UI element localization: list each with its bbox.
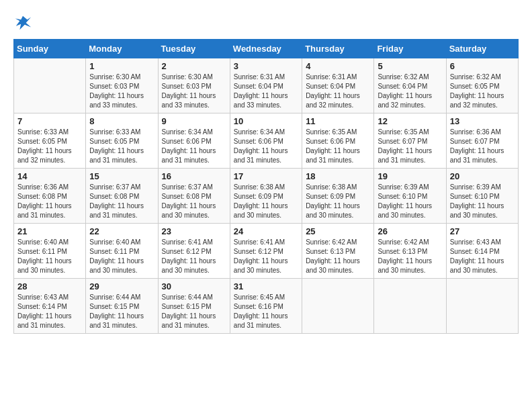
header-monday: Monday	[86, 40, 158, 58]
cell-content: Sunrise: 6:36 AM Sunset: 6:08 PM Dayligh…	[17, 183, 82, 220]
header-sunday: Sunday	[14, 40, 86, 58]
day-number: 12	[378, 116, 442, 126]
calendar-cell: 21Sunrise: 6:40 AM Sunset: 6:11 PM Dayli…	[14, 224, 86, 279]
cell-content: Sunrise: 6:30 AM Sunset: 6:03 PM Dayligh…	[89, 73, 154, 110]
day-number: 24	[234, 226, 298, 236]
day-number: 21	[17, 226, 82, 236]
calendar-week-row: 7Sunrise: 6:33 AM Sunset: 6:05 PM Daylig…	[14, 113, 519, 169]
calendar-cell: 9Sunrise: 6:34 AM Sunset: 6:06 PM Daylig…	[158, 113, 230, 169]
calendar-cell	[302, 279, 374, 334]
calendar-table: SundayMondayTuesdayWednesdayThursdayFrid…	[13, 39, 519, 334]
cell-content: Sunrise: 6:30 AM Sunset: 6:03 PM Dayligh…	[162, 73, 226, 110]
calendar-cell: 20Sunrise: 6:39 AM Sunset: 6:10 PM Dayli…	[446, 169, 518, 224]
calendar-cell: 16Sunrise: 6:37 AM Sunset: 6:08 PM Dayli…	[158, 169, 230, 224]
cell-content: Sunrise: 6:44 AM Sunset: 6:15 PM Dayligh…	[162, 293, 226, 330]
day-number: 6	[450, 61, 515, 71]
cell-content: Sunrise: 6:36 AM Sunset: 6:07 PM Dayligh…	[450, 128, 515, 165]
calendar-cell: 24Sunrise: 6:41 AM Sunset: 6:12 PM Dayli…	[230, 224, 302, 279]
day-number: 15	[89, 171, 154, 181]
day-number: 28	[17, 281, 82, 291]
calendar-cell: 30Sunrise: 6:44 AM Sunset: 6:15 PM Dayli…	[158, 279, 230, 334]
cell-content: Sunrise: 6:40 AM Sunset: 6:11 PM Dayligh…	[17, 238, 82, 275]
day-number: 11	[306, 116, 370, 126]
day-number: 5	[378, 61, 442, 71]
cell-content: Sunrise: 6:45 AM Sunset: 6:16 PM Dayligh…	[234, 293, 298, 330]
calendar-cell: 2Sunrise: 6:30 AM Sunset: 6:03 PM Daylig…	[158, 58, 230, 113]
calendar-cell: 14Sunrise: 6:36 AM Sunset: 6:08 PM Dayli…	[14, 169, 86, 224]
cell-content: Sunrise: 6:41 AM Sunset: 6:12 PM Dayligh…	[162, 238, 226, 275]
day-number: 10	[234, 116, 298, 126]
day-number: 8	[89, 116, 154, 126]
day-number: 18	[306, 171, 370, 181]
day-number: 2	[162, 61, 226, 71]
calendar-cell: 23Sunrise: 6:41 AM Sunset: 6:12 PM Dayli…	[158, 224, 230, 279]
cell-content: Sunrise: 6:32 AM Sunset: 6:05 PM Dayligh…	[450, 73, 515, 110]
cell-content: Sunrise: 6:34 AM Sunset: 6:06 PM Dayligh…	[234, 128, 298, 165]
header-wednesday: Wednesday	[230, 40, 302, 58]
day-number: 16	[162, 171, 226, 181]
day-number: 27	[450, 226, 515, 236]
cell-content: Sunrise: 6:44 AM Sunset: 6:15 PM Dayligh…	[89, 293, 154, 330]
cell-content: Sunrise: 6:38 AM Sunset: 6:09 PM Dayligh…	[306, 183, 370, 220]
cell-content: Sunrise: 6:39 AM Sunset: 6:10 PM Dayligh…	[378, 183, 442, 220]
header-saturday: Saturday	[446, 40, 518, 58]
calendar-cell: 13Sunrise: 6:36 AM Sunset: 6:07 PM Dayli…	[446, 113, 518, 169]
cell-content: Sunrise: 6:32 AM Sunset: 6:04 PM Dayligh…	[378, 73, 442, 110]
calendar-cell: 27Sunrise: 6:43 AM Sunset: 6:14 PM Dayli…	[446, 224, 518, 279]
header-tuesday: Tuesday	[158, 40, 230, 58]
day-number: 4	[306, 61, 370, 71]
cell-content: Sunrise: 6:39 AM Sunset: 6:10 PM Dayligh…	[450, 183, 515, 220]
day-number: 31	[234, 281, 298, 291]
calendar-cell: 28Sunrise: 6:43 AM Sunset: 6:14 PM Dayli…	[14, 279, 86, 334]
calendar-week-row: 14Sunrise: 6:36 AM Sunset: 6:08 PM Dayli…	[14, 169, 519, 224]
calendar-cell	[446, 279, 518, 334]
day-number: 25	[306, 226, 370, 236]
cell-content: Sunrise: 6:37 AM Sunset: 6:08 PM Dayligh…	[162, 183, 226, 220]
cell-content: Sunrise: 6:38 AM Sunset: 6:09 PM Dayligh…	[234, 183, 298, 220]
calendar-cell: 29Sunrise: 6:44 AM Sunset: 6:15 PM Dayli…	[86, 279, 158, 334]
day-number: 1	[89, 61, 154, 71]
cell-content: Sunrise: 6:37 AM Sunset: 6:08 PM Dayligh…	[89, 183, 154, 220]
calendar-cell: 18Sunrise: 6:38 AM Sunset: 6:09 PM Dayli…	[302, 169, 374, 224]
cell-content: Sunrise: 6:35 AM Sunset: 6:06 PM Dayligh…	[306, 128, 370, 165]
calendar-cell: 11Sunrise: 6:35 AM Sunset: 6:06 PM Dayli…	[302, 113, 374, 169]
day-number: 13	[450, 116, 515, 126]
cell-content: Sunrise: 6:35 AM Sunset: 6:07 PM Dayligh…	[378, 128, 442, 165]
cell-content: Sunrise: 6:33 AM Sunset: 6:05 PM Dayligh…	[89, 128, 154, 165]
cell-content: Sunrise: 6:33 AM Sunset: 6:05 PM Dayligh…	[17, 128, 82, 165]
day-number: 7	[17, 116, 82, 126]
calendar-cell: 10Sunrise: 6:34 AM Sunset: 6:06 PM Dayli…	[230, 113, 302, 169]
calendar-cell: 17Sunrise: 6:38 AM Sunset: 6:09 PM Dayli…	[230, 169, 302, 224]
day-number: 9	[162, 116, 226, 126]
calendar-cell: 5Sunrise: 6:32 AM Sunset: 6:04 PM Daylig…	[374, 58, 446, 113]
calendar-cell: 3Sunrise: 6:31 AM Sunset: 6:04 PM Daylig…	[230, 58, 302, 113]
calendar-week-row: 1Sunrise: 6:30 AM Sunset: 6:03 PM Daylig…	[14, 58, 519, 113]
day-number: 14	[17, 171, 82, 181]
cell-content: Sunrise: 6:42 AM Sunset: 6:13 PM Dayligh…	[306, 238, 370, 275]
day-number: 17	[234, 171, 298, 181]
calendar-cell	[14, 58, 86, 113]
day-number: 19	[378, 171, 442, 181]
logo-icon	[13, 13, 32, 32]
day-number: 3	[234, 61, 298, 71]
cell-content: Sunrise: 6:31 AM Sunset: 6:04 PM Dayligh…	[306, 73, 370, 110]
cell-content: Sunrise: 6:31 AM Sunset: 6:04 PM Dayligh…	[234, 73, 298, 110]
svg-marker-0	[15, 16, 31, 30]
calendar-cell	[374, 279, 446, 334]
day-number: 29	[89, 281, 154, 291]
header-thursday: Thursday	[302, 40, 374, 58]
calendar-cell: 1Sunrise: 6:30 AM Sunset: 6:03 PM Daylig…	[86, 58, 158, 113]
cell-content: Sunrise: 6:41 AM Sunset: 6:12 PM Dayligh…	[234, 238, 298, 275]
calendar-cell: 8Sunrise: 6:33 AM Sunset: 6:05 PM Daylig…	[86, 113, 158, 169]
header-friday: Friday	[374, 40, 446, 58]
calendar-cell: 15Sunrise: 6:37 AM Sunset: 6:08 PM Dayli…	[86, 169, 158, 224]
cell-content: Sunrise: 6:43 AM Sunset: 6:14 PM Dayligh…	[17, 293, 82, 330]
calendar-cell: 7Sunrise: 6:33 AM Sunset: 6:05 PM Daylig…	[14, 113, 86, 169]
day-number: 22	[89, 226, 154, 236]
page-header	[13, 13, 519, 32]
calendar-cell: 31Sunrise: 6:45 AM Sunset: 6:16 PM Dayli…	[230, 279, 302, 334]
calendar-cell: 22Sunrise: 6:40 AM Sunset: 6:11 PM Dayli…	[86, 224, 158, 279]
calendar-cell: 4Sunrise: 6:31 AM Sunset: 6:04 PM Daylig…	[302, 58, 374, 113]
cell-content: Sunrise: 6:34 AM Sunset: 6:06 PM Dayligh…	[162, 128, 226, 165]
day-number: 26	[378, 226, 442, 236]
